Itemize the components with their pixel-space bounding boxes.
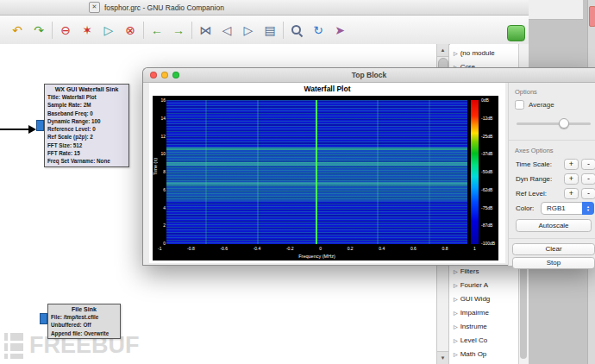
x-axis-label: Frequency (MHz) [166, 254, 467, 259]
library-item-math-operators[interactable]: ▷ Math Op [450, 347, 518, 361]
stop-button[interactable]: Stop [512, 257, 595, 269]
zoom-button[interactable] [172, 72, 179, 78]
top-block-title: Top Block [143, 68, 595, 82]
library-item-label: (no module [460, 49, 495, 57]
dyn-range-decrease-button[interactable]: - [581, 173, 595, 185]
library-item-impairments[interactable]: ▷ Impairme [450, 305, 518, 319]
colorbar-tick: -62dB [481, 187, 495, 192]
disclosure-triangle-icon[interactable]: ▷ [454, 282, 458, 288]
window-close-icon[interactable]: ✕ [89, 2, 100, 13]
connection-wire [0, 129, 29, 130]
dyn-range-increase-button[interactable]: + [564, 173, 579, 185]
block-param: Dynamic Range: 100 [45, 117, 128, 125]
disclosure-triangle-icon[interactable]: ▷ [454, 50, 458, 56]
y-tick: 2 [163, 223, 166, 228]
ref-level-increase-button[interactable]: + [564, 188, 579, 199]
grc-titlebar[interactable]: ✕ fosphor.grc - GNU Radio Companion [0, 0, 529, 16]
cancel-icon[interactable]: ⊗ [122, 22, 139, 39]
traffic-lights [150, 72, 179, 78]
kill-icon[interactable]: ✶ [78, 22, 96, 39]
library-item-instrumentation[interactable]: ▷ Instrume [450, 319, 518, 333]
disclosure-triangle-icon[interactable]: ▷ [454, 268, 458, 274]
connection-arrowhead [28, 125, 36, 134]
time-scale-decrease-button[interactable]: - [581, 159, 595, 170]
x-tick: 0 [319, 246, 322, 251]
grc-window-title: fosphor.grc - GNU Radio Companion [104, 3, 224, 12]
library-item-no-module[interactable]: ▷ (no module [450, 46, 518, 60]
x-axis-ticks: -1 -0.8 -0.6 -0.4 -0.2 0 0.2 0.4 0.6 0.8… [158, 246, 476, 251]
disclosure-triangle-icon[interactable]: ▷ [454, 337, 458, 343]
spectrogram [166, 100, 467, 244]
color-dropdown[interactable]: RGB1 ▲ ▼ [541, 202, 594, 215]
grc-toolbar: ↶ ↷ ⊖ ✶ ▷ ⊗ ← → ⋈ ◁ ▷ ▤ ↻ ➤ [0, 16, 529, 45]
autoscale-button[interactable]: Autoscale [516, 219, 592, 232]
colorbar-tick: -87dB [481, 223, 495, 228]
average-checkbox[interactable] [515, 100, 524, 110]
ref-level-label: Ref Level: [516, 190, 547, 198]
top-block-titlebar[interactable]: Top Block [143, 68, 595, 83]
library-item-measurement[interactable]: ▷ Measure [450, 361, 518, 364]
background-scrollbar-thumb[interactable] [589, 6, 595, 27]
ports-icon[interactable]: ⋈ [197, 22, 214, 39]
scroll-up-icon[interactable]: ▲ [437, 44, 448, 57]
time-scale-increase-button[interactable]: + [564, 159, 579, 170]
block-file-sink[interactable]: File Sink File: /tmp/test.cfile Unbuffer… [47, 304, 121, 339]
y-tick: 8 [163, 169, 166, 174]
block-title: File Sink [48, 304, 120, 313]
block-param: Sample Rate: 2M [45, 101, 128, 109]
step-back-icon[interactable]: ◁ [218, 22, 235, 39]
colorbar-ticks: 0dB -12dB -25dB -37dB -50dB -62dB -75dB … [481, 97, 495, 246]
library-scrollbar-thumb[interactable] [520, 262, 527, 359]
library-item-level-controllers[interactable]: ▷ Level Co [450, 333, 518, 347]
disclosure-triangle-icon[interactable]: ▷ [454, 296, 458, 302]
dropdown-chevrons: ▲ ▼ [582, 202, 594, 215]
redo-icon[interactable]: ↷ [30, 22, 47, 39]
clear-button[interactable]: Clear [512, 243, 595, 255]
library-item-label: Math Op [460, 350, 487, 358]
ref-level-decrease-button[interactable]: - [581, 188, 595, 199]
disclosure-triangle-icon[interactable]: ▷ [454, 323, 458, 329]
undo-icon[interactable]: ↶ [9, 22, 26, 39]
average-slider-thumb[interactable] [559, 118, 569, 129]
block-param: Unbuffered: Off [48, 321, 120, 329]
x-tick: 1 [473, 246, 476, 251]
block-param: Append file: Overwrite [48, 329, 120, 337]
toolbar-separator [52, 22, 53, 39]
reload-icon[interactable]: ↻ [310, 22, 327, 39]
separator [509, 140, 595, 141]
y-tick: 16 [160, 97, 166, 103]
colorbar-tick: -12dB [481, 116, 495, 121]
disclosure-triangle-icon[interactable]: ▷ [454, 351, 458, 357]
back-arrow-icon[interactable]: ← [148, 22, 166, 39]
colorbar-tick: 0dB [481, 97, 495, 103]
step-forward-icon[interactable]: ▷ [240, 22, 257, 39]
disclosure-triangle-icon[interactable]: ▷ [454, 310, 458, 316]
run-icon[interactable]: ▷ [100, 22, 117, 39]
library-item-gui-widgets[interactable]: ▷ GUI Widg [450, 292, 518, 305]
file-sink-input-port[interactable] [40, 313, 47, 324]
library-item-fourier[interactable]: ▷ Fourier A [450, 278, 518, 292]
search-icon[interactable] [288, 22, 305, 39]
library-item-label: Instrume [460, 323, 487, 330]
block-param: File: /tmp/test.cfile [48, 313, 120, 321]
green-widget-fragment [507, 25, 525, 41]
remove-icon[interactable]: ⊖ [57, 22, 74, 39]
library-item-label: Fourier A [460, 281, 488, 289]
report-icon[interactable]: ▤ [261, 22, 279, 39]
y-tick: 14 [160, 116, 166, 121]
library-item-label: Filters [460, 267, 479, 275]
top-block-window: Top Block Waterfall Plot Time (s) 16 14 … [142, 67, 595, 266]
library-item-filters[interactable]: ▷ Filters [450, 264, 518, 278]
block-title: WX GUI Waterfall Sink [45, 85, 128, 93]
scroll-down-icon[interactable]: ▼ [437, 351, 448, 364]
minimize-button[interactable] [161, 72, 168, 78]
close-button[interactable] [150, 72, 157, 78]
waterfall-plot-panel: Waterfall Plot Time (s) 16 14 12 10 8 6 … [149, 83, 505, 263]
jump-icon[interactable]: ➤ [331, 22, 348, 39]
colorbar-tick: -100dB [481, 241, 495, 246]
waterfall-sink-input-port[interactable] [36, 120, 44, 131]
block-waterfall-sink[interactable]: WX GUI Waterfall Sink Title: Waterfall P… [44, 84, 129, 167]
average-slider[interactable] [517, 122, 591, 125]
y-tick: 4 [163, 205, 166, 210]
forward-arrow-icon[interactable]: → [170, 22, 187, 39]
